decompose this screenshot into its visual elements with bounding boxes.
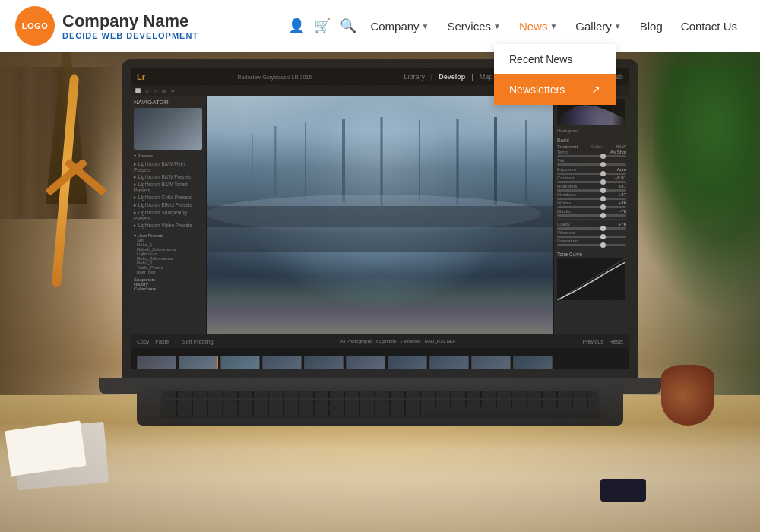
lr-copy-btn[interactable]: Copy [137,339,149,344]
news-chevron: ▼ [549,22,557,30]
svg-rect-11 [207,206,553,252]
lr-filmthumb-10[interactable] [513,356,553,369]
nav-item-gallery[interactable]: Gallery ▼ [568,14,629,39]
lr-blacks-slider[interactable] [557,214,626,217]
lr-vibrance-label: Vibrance [557,230,575,235]
lr-filmthumb-6[interactable] [346,356,385,369]
svg-line-12 [557,258,625,300]
lr-nav-thumbnail[interactable] [134,108,202,150]
user-icon[interactable]: 👤 [288,17,305,34]
lr-highlights-label: Highlights [557,184,577,188]
keyboard-keys [160,388,600,418]
lr-preset-2[interactable]: ▸ Lightroom B&W Presets [134,173,203,181]
nav-item-blog[interactable]: Blog [632,14,670,39]
lr-shadows-slider[interactable] [557,198,626,200]
lr-paste-btn[interactable]: Paste [155,339,169,344]
lr-whites-label: Whites [557,201,571,205]
lr-user-presets[interactable]: ▾ User Presets SptRollo_1Babek_Zebronema… [134,233,203,274]
services-chevron: ▼ [493,22,501,30]
lr-soft-proof[interactable]: Soft Proofing [182,339,213,344]
lr-clarity-row: Clarity +76 [557,222,626,226]
lr-presence-section: Clarity +76 Vibrance Satur [557,219,626,246]
nav-contact-label: Contact Us [681,20,737,33]
lr-temp-row: Temp As Shot [557,150,626,154]
lr-tools-sep: | [175,339,176,344]
lr-filmthumb-2[interactable] [179,356,218,369]
lr-tool-gradient[interactable]: ▤ [162,88,166,93]
lr-filmthumb-7[interactable] [388,356,427,369]
lr-preset-7[interactable]: ▸ Lightroom Video Presets [134,222,203,230]
lr-filmstrip [131,348,629,369]
lr-tool-brush[interactable]: ✏ [171,88,175,93]
dropdown-recent-news[interactable]: Recent News [494,44,616,74]
lr-center-photo [207,96,553,334]
lr-tint-slider[interactable] [557,163,626,166]
lr-filmthumb-1[interactable] [137,356,176,369]
lr-vibrance-slider[interactable] [557,236,626,238]
lr-contrast-slider[interactable] [557,181,626,183]
lr-file-info: Radoslaw-Grzybowski LR 2015 [237,74,312,80]
lr-photo-count: All Photographs · 61 photos · 1 selected… [340,339,456,344]
brand-name: Company Name [62,11,198,31]
lr-tool-crop[interactable]: ⬜ [135,88,141,93]
search-icon[interactable]: 🔍 [340,17,356,34]
plant-pot [661,365,714,426]
keyboard-row-2 [163,400,597,407]
lr-filmthumb-3[interactable] [220,356,260,369]
lr-tint-row: Tint [557,158,626,163]
lr-clarity-slider[interactable] [557,227,626,230]
lr-saturation-row: Saturation [557,239,626,243]
lr-shadows-label: Shadows [557,192,576,197]
dropdown-newsletters[interactable]: Newsletters [494,74,616,105]
logo-area[interactable]: LOGO Company Name DECIDE WEB DEVELOPMENT [15,6,198,46]
lr-separator: | [431,73,432,81]
lr-saturation-label: Saturation [557,239,578,243]
lr-exposure-label: Exposure [557,167,576,172]
lr-preset-1[interactable]: ▸ Lightroom B&W Filter Presets [134,160,203,173]
lr-photo-svg [207,96,553,334]
lr-filmthumb-9[interactable] [471,356,511,369]
lr-tone-curve-label: Tone Curve [557,252,626,257]
nav-item-company[interactable]: Company ▼ [363,14,436,39]
lr-shadows-row: Shadows +27 [557,192,626,197]
nav-item-contact[interactable]: Contact Us [673,14,745,39]
lr-prev-btn[interactable]: Previous [582,339,603,344]
lr-preset-5[interactable]: ▸ Lightroom Effect Presets [134,201,203,209]
lr-tool-redeye[interactable]: ◎ [154,88,157,93]
lr-preset-6[interactable]: ▸ Lightroom Sharpening Presets [134,209,203,222]
lr-saturation-slider[interactable] [557,244,626,246]
lr-preset-3[interactable]: ▸ Lightroom B&W Toned Presets [134,181,203,194]
lr-highlights-slider[interactable] [557,189,626,192]
laptop-screen: Lr Radoslaw-Grzybowski LR 2015 Library |… [131,68,629,369]
lr-exposure-slider[interactable] [557,173,626,175]
lr-temp-slider[interactable] [557,155,626,157]
newsletters-label: Newsletters [509,84,565,96]
lr-reset-btn[interactable]: Reset [610,339,623,344]
nav-item-news[interactable]: News ▼ [511,14,565,39]
lr-blacks-row: Blacks -76 [557,209,626,214]
lr-collections[interactable]: Collections [134,287,203,291]
lr-preset-4[interactable]: ▸ Lightroom Color Presets [134,194,203,201]
lr-photo-image [207,96,553,334]
lr-color-label: Color [591,144,602,149]
lr-module-develop[interactable]: Develop [439,73,465,81]
lr-tool-spot[interactable]: ⊙ [145,88,149,93]
cart-icon[interactable]: 🛒 [314,17,331,34]
lr-tint-label: Tint [557,158,565,163]
nav-item-services[interactable]: Services ▼ [439,14,508,39]
lr-filmthumb-5[interactable] [304,356,344,369]
nav-company-label: Company [370,20,419,33]
news-dropdown: Recent News Newsletters [494,44,616,105]
lr-tone-curve-box[interactable] [557,258,625,300]
lr-presets-header[interactable]: ▾ Presets [134,153,203,158]
lr-filmthumb-8[interactable] [429,356,469,369]
gallery-chevron: ▼ [614,22,622,30]
lr-module-map[interactable]: Map [480,73,493,81]
lr-filmthumb-4[interactable] [262,356,302,369]
lr-navigator-title: Navigator [134,99,203,106]
lr-whites-slider[interactable] [557,206,626,208]
nav-news-label: News [519,20,548,33]
lr-treatment-section: Basic Treatment Color B&W Temp As Sh [557,135,626,217]
lr-module-library[interactable]: Library [404,73,425,81]
nav-blog-label: Blog [640,20,663,33]
